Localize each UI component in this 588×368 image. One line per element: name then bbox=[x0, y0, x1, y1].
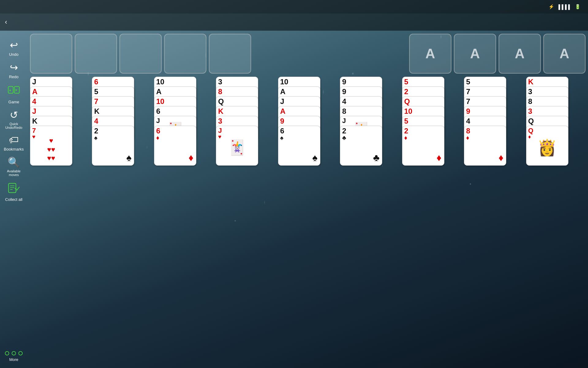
free-cell-1[interactable] bbox=[30, 34, 72, 74]
available-moves-icon: 🔍 bbox=[8, 156, 20, 168]
column-9: K ♦ ♦ 3 ♣ ♣ 8 ♣ ♣ 3 ♥ ♥ Q ♣ ♣ Q ♦ bbox=[526, 77, 586, 166]
foundation-2[interactable]: A bbox=[454, 34, 496, 74]
available-moves-label: Available moves bbox=[3, 169, 25, 177]
status-right: ⚡ ▐▐▐▐ 🔋 bbox=[548, 4, 583, 10]
free-cell-4[interactable] bbox=[164, 34, 206, 74]
column-7: 5 ♥ ♥ 2 ♥ ♥ Q ♥ ♥ 10 ♥ ♥ 5 ♦ ♦ 2 ♦ bbox=[402, 77, 462, 166]
quick-undo-redo-label: Quick Undo/Redo bbox=[3, 122, 25, 129]
foundation-3[interactable]: A bbox=[499, 34, 541, 74]
card-columns: J ♣ ♣ A ♦ ♦ 4 ♦ ♦ J ♦ ♦ K ♠ ♠ 7 ♥ bbox=[30, 77, 586, 166]
sidebar-available-moves[interactable]: 🔍 Available moves bbox=[2, 154, 26, 179]
card-col9-5[interactable]: Q ♦ 👸 bbox=[526, 126, 568, 166]
column-4: 3 ♠ ♠ 8 ♥ ♥ Q ♠ ♠ K ♥ ♥ 3 ♦ ♦ J ♥ bbox=[216, 77, 275, 166]
card-col5-5[interactable]: 6 ♠ ♠ bbox=[278, 126, 320, 166]
foundation-1[interactable]: A bbox=[409, 34, 451, 74]
game-label: Game bbox=[8, 100, 19, 104]
more-label[interactable]: More bbox=[9, 357, 18, 362]
column-2: 6 ♥ ♥ 5 ♣ ♣ 7 ♦ ♦ K ♣ ♣ 4 ♥ ♥ 2 ♠ bbox=[92, 77, 151, 166]
free-cell-5[interactable] bbox=[209, 34, 251, 74]
game-icon: ♠ ♥ bbox=[8, 84, 20, 98]
dot1 bbox=[5, 351, 9, 355]
bluetooth-icon: ⚡ bbox=[548, 4, 554, 10]
column-3: 10 ♠ ♠ A ♣ ♣ 10 ♦ ♦ 6 ♣ ♣ J 🃏 6 ♦ ♦ bbox=[154, 77, 213, 166]
more-dots bbox=[5, 351, 23, 355]
column-6: 9 ♣ ♣ 9 ♠ ♠ 4 ♣ ♣ 8 ♠ ♠ J 🃏 2 ♣ ♣ bbox=[340, 77, 399, 166]
game-area: A A A A J ♣ ♣ A ♦ ♦ 4 ♦ ♦ J ♦ ♦ K ♠ bbox=[28, 31, 588, 368]
sidebar-game[interactable]: ♠ ♥ Game bbox=[2, 82, 26, 107]
sidebar: ↩ Undo ↪ Redo ♠ ♥ Game ↺ Quick Undo/Redo… bbox=[0, 31, 28, 368]
redo-icon: ↪ bbox=[10, 62, 18, 73]
sidebar-quick-undo-redo[interactable]: ↺ Quick Undo/Redo bbox=[2, 107, 26, 132]
card-col1-5[interactable]: 7 ♥ ♥♥♥♥♥ bbox=[30, 126, 72, 166]
top-slots: A A A A bbox=[30, 34, 586, 74]
svg-text:♠: ♠ bbox=[9, 88, 11, 92]
column-5: 10 ♣ ♣ A ♠ ♠ J ♠ ♠ A ♥ ♥ 9 ♥ ♥ 6 ♠ bbox=[278, 77, 337, 166]
bookmarks-label: Bookmarks bbox=[4, 147, 24, 151]
signal-icon: ▐▐▐▐ bbox=[557, 4, 570, 10]
redo-label: Redo bbox=[9, 75, 18, 79]
column-8: 5 ♠ ♠ 7 ♠ ♠ 7 ♣ ♣ 9 ♦ ♦ 4 ♠ ♠ 8 ♦ bbox=[464, 77, 523, 166]
sidebar-redo[interactable]: ↪ Redo bbox=[2, 59, 26, 82]
dot2 bbox=[12, 351, 16, 355]
back-button[interactable]: ‹ bbox=[5, 18, 7, 26]
undo-icon: ↩ bbox=[10, 39, 18, 51]
card-col6-5[interactable]: 2 ♣ ♣ bbox=[340, 126, 382, 166]
collect-all-label: Collect all bbox=[5, 197, 22, 202]
top-bar: ‹ bbox=[0, 13, 588, 31]
card-col7-5[interactable]: 2 ♦ ♦ bbox=[402, 126, 444, 166]
card-col3-5[interactable]: 6 ♦ ♦ bbox=[154, 126, 196, 166]
dot3 bbox=[18, 351, 23, 355]
foundation-4[interactable]: A bbox=[543, 34, 586, 74]
collect-all-icon bbox=[8, 182, 20, 196]
status-bar: ⚡ ▐▐▐▐ 🔋 bbox=[0, 0, 588, 13]
free-cell-3[interactable] bbox=[119, 34, 162, 74]
battery-icon: 🔋 bbox=[575, 4, 581, 10]
quick-undo-redo-icon: ↺ bbox=[10, 109, 18, 121]
sidebar-undo[interactable]: ↩ Undo bbox=[2, 37, 26, 59]
card-col8-5[interactable]: 8 ♦ ♦ bbox=[464, 126, 506, 166]
card-col2-5[interactable]: 2 ♠ ♠ bbox=[92, 126, 134, 166]
column-1: J ♣ ♣ A ♦ ♦ 4 ♦ ♦ J ♦ ♦ K ♠ ♠ 7 ♥ bbox=[30, 77, 89, 166]
sidebar-bookmarks[interactable]: 🏷 Bookmarks bbox=[2, 132, 26, 154]
bookmarks-icon: 🏷 bbox=[9, 134, 19, 146]
svg-text:♥: ♥ bbox=[15, 88, 17, 92]
undo-label: Undo bbox=[9, 52, 18, 57]
card-col4-5[interactable]: J ♥ 🃏 bbox=[216, 126, 258, 166]
bottom-more: More bbox=[0, 351, 28, 362]
sidebar-collect-all[interactable]: Collect all bbox=[2, 179, 26, 204]
free-cell-2[interactable] bbox=[75, 34, 117, 74]
